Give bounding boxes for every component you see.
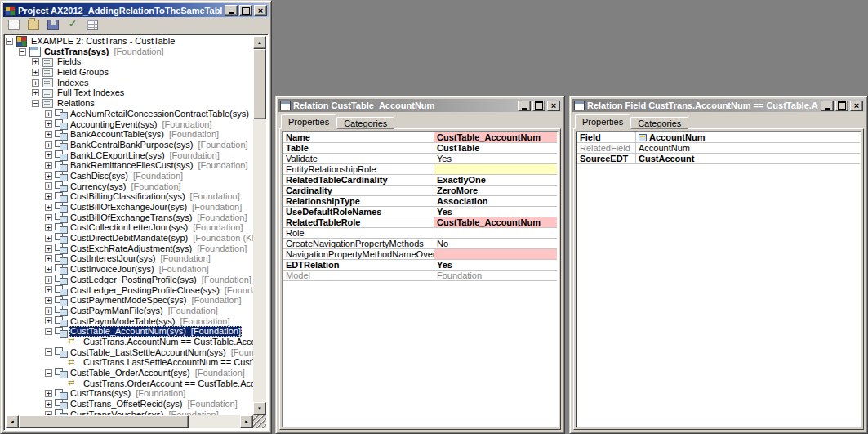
tree-expander-plus[interactable]: + [32,79,39,87]
tree-item[interactable]: CustTrans.LastSettleAccountNum == CustTa… [6,357,253,368]
tree-expander-minus[interactable]: − [45,348,52,356]
tree-item[interactable]: +BankCentralBankPurpose(sys)[Foundation] [6,140,253,150]
property-value[interactable]: CustTable [434,143,557,154]
property-value[interactable] [434,228,557,239]
tree-expander-plus[interactable]: + [45,266,52,273]
close-button[interactable] [254,5,267,16]
tree-item[interactable]: +AccountingEvent(sys)[Foundation] [6,119,253,130]
tab-properties[interactable]: Properties [281,114,336,129]
property-value[interactable]: ZeroMore [434,186,557,196]
tree-item[interactable]: +CustPaymModeTable(sys)[Foundation] [6,316,253,327]
horizontal-scroll-thumb[interactable] [19,415,189,428]
resize-grip[interactable] [253,415,266,428]
tree-item[interactable]: +CustInterestJour(sys)[Foundation] [6,253,253,264]
new-button[interactable] [6,18,22,32]
scroll-up-button[interactable]: ▲ [253,36,266,49]
property-value[interactable] [434,249,557,260]
tree-expander-plus[interactable]: + [45,224,52,231]
minimize-button[interactable] [225,5,238,16]
tree-expander-plus[interactable]: + [45,172,52,180]
tree-item[interactable]: +CustTransVoucher(sys)[Foundation] [6,409,253,415]
property-value[interactable]: AccountNum [636,132,860,143]
tree-item[interactable]: +CustLedger_PostingProfileClose(sys)[Fou… [6,285,253,296]
relation-field-window-titlebar[interactable]: Relation Field CustTrans.AccountNum == C… [572,99,865,112]
property-row[interactable]: ModelFoundation [283,271,557,281]
property-row[interactable]: NameCustTable_AccountNum [283,132,557,143]
tree-item[interactable]: +BankRemittanceFilesCust(sys)[Foundation… [6,160,253,171]
property-row[interactable]: NavigationPropertyMethodNameOverride [283,249,557,260]
property-row[interactable]: EntityRelationshipRole [283,164,557,175]
tree-expander-minus[interactable]: − [45,328,52,335]
property-row[interactable]: TableCustTable [283,143,557,154]
property-value[interactable]: Association [434,196,557,207]
close-button[interactable] [850,101,863,111]
tree-expander-plus[interactable]: + [32,58,39,65]
maximize-button[interactable] [532,101,545,111]
tree-expander-plus[interactable]: + [45,245,52,253]
property-value[interactable]: AccountNum [636,143,860,154]
tree-item[interactable]: +Currency(sys)[Foundation] [6,181,253,192]
project-window-titlebar[interactable]: Project AX2012_AddingRelationToTheSameTa… [3,3,269,17]
tree-expander-minus[interactable]: − [19,48,26,56]
tree-expander-minus[interactable]: − [45,369,52,377]
tree-expander-plus[interactable]: + [45,400,52,408]
minimize-button[interactable] [821,101,834,111]
tree-expander-plus[interactable]: + [45,110,52,118]
tree-expander-plus[interactable]: + [32,89,39,96]
tree-item[interactable]: +AccNumRetailConcessionContractTable(sys… [6,109,253,119]
tree-expander-plus[interactable]: + [45,204,52,211]
tree-item[interactable]: +CustBillingClassification(sys)[Foundati… [6,191,253,202]
property-value[interactable]: No [434,239,557,249]
property-value[interactable]: Yes [434,260,557,271]
property-row[interactable]: Role [283,228,557,239]
property-row[interactable]: RelatedTableRoleCustTable_AccountNum [283,217,557,228]
tree-item[interactable]: +BankLCExportLine(sys)[Foundation] [6,150,253,161]
close-button[interactable] [547,101,560,111]
scroll-down-button[interactable]: ▼ [253,402,266,415]
tree-item[interactable]: +CustExchRateAdjustment(sys)[Foundation] [6,244,253,254]
tree-item[interactable]: CustTrans.AccountNum == CustTable.Accoun… [6,337,253,347]
property-row[interactable]: CardinalityZeroMore [283,186,557,196]
tree-expander-plus[interactable]: + [45,141,52,149]
tree-item[interactable]: +CustDirectDebitMandate(syp)[Foundation … [6,233,253,244]
tree-item[interactable]: −EXAMPLE 2: CustTrans - CustTable [6,36,253,47]
tree-expander-plus[interactable]: + [45,193,52,200]
relation-window-titlebar[interactable]: Relation CustTable_AccountNum [278,99,562,112]
tree-expander-plus[interactable]: + [45,214,52,221]
tree-item[interactable]: +CustInvoiceJour(sys)[Foundation] [6,264,253,275]
property-row[interactable]: RelatedFieldAccountNum [577,143,860,154]
property-row[interactable]: FieldAccountNum [577,132,860,143]
tree-item[interactable]: +CustBillOfExchangeTrans(sys)[Foundation… [6,213,253,223]
maximize-button[interactable] [239,5,252,16]
tree-item[interactable]: +BankAccountTable(sys)[Foundation] [6,129,253,140]
tab-categories[interactable]: Categories [630,117,688,129]
tree-item[interactable]: +CustTrans_OffsetRecid(sys)[Foundation] [6,399,253,409]
tree-expander-plus[interactable]: + [45,390,52,397]
property-row[interactable]: RelatedTableCardinalityExactlyOne [283,175,557,186]
tree-expander-plus[interactable]: + [32,69,39,76]
tree-expander-plus[interactable]: + [45,286,52,293]
tab-categories[interactable]: Categories [336,117,394,129]
tree-expander-plus[interactable]: + [45,307,52,315]
property-row[interactable]: RelationshipTypeAssociation [283,196,557,207]
compile-button[interactable] [65,18,81,32]
property-row[interactable]: EDTRelationYes [283,260,557,271]
tree-item[interactable]: +CustLedger_PostingProfile(sys)[Foundati… [6,275,253,285]
maximize-button[interactable] [835,101,848,111]
vertical-scroll-thumb[interactable] [253,49,266,119]
tree-expander-plus[interactable]: + [45,276,52,284]
property-value[interactable]: Yes [434,207,557,217]
tree-expander-plus[interactable]: + [45,182,52,190]
tree-expander-minus[interactable]: − [32,100,39,107]
tree-expander-plus[interactable]: + [45,317,52,324]
tree-expander-plus[interactable]: + [45,151,52,159]
open-button[interactable] [25,18,42,32]
property-row[interactable]: ValidateYes [283,154,557,164]
tree-item[interactable]: −CustTrans(sys)[Foundation] [6,47,253,57]
property-row[interactable]: SourceEDTCustAccount [577,154,860,164]
tree-expander-plus[interactable]: + [45,255,52,262]
tree-expander-plus[interactable]: + [45,297,52,304]
tree-expander-minus[interactable]: − [6,38,13,45]
tree-item[interactable]: +CashDisc(sys)[Foundation] [6,171,253,181]
tree-expander-plus[interactable]: + [45,120,52,128]
